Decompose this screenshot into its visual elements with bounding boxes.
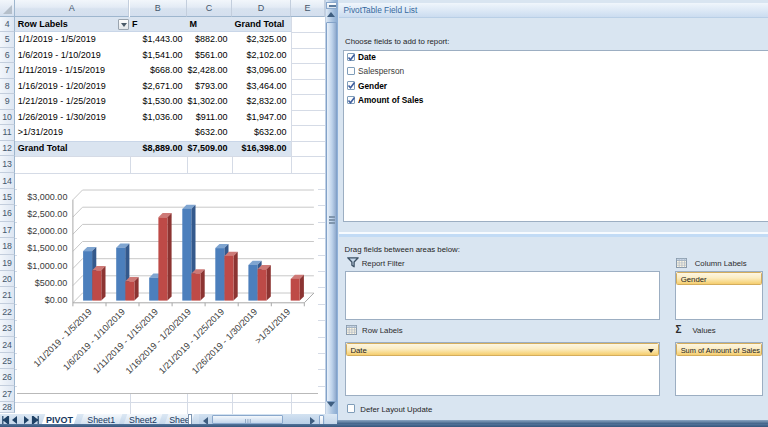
svg-text:1/16/2019 - 1/20/2019: 1/16/2019 - 1/20/2019 [123, 306, 192, 375]
svg-text:1/1/2019 - 1/5/2019: 1/1/2019 - 1/5/2019 [31, 306, 93, 368]
svg-text:1/6/2019 - 1/10/2019: 1/6/2019 - 1/10/2019 [61, 306, 127, 372]
svg-text:$500.00: $500.00 [34, 277, 67, 287]
svg-text:$2,500.00: $2,500.00 [27, 209, 67, 219]
svg-text:1/26/2019 - 1/30/2019: 1/26/2019 - 1/30/2019 [189, 306, 258, 375]
svg-text:$3,000.00: $3,000.00 [27, 191, 67, 201]
svg-text:$2,000.00: $2,000.00 [27, 226, 67, 236]
svg-text:1/21/2019 - 1/25/2019: 1/21/2019 - 1/25/2019 [156, 306, 225, 375]
svg-text:$1,500.00: $1,500.00 [27, 243, 67, 253]
svg-text:$1,000.00: $1,000.00 [27, 260, 67, 270]
svg-text:>1/31/2019: >1/31/2019 [253, 306, 292, 345]
svg-text:1/11/2019 - 1/15/2019: 1/11/2019 - 1/15/2019 [91, 306, 160, 375]
svg-text:$0.00: $0.00 [44, 294, 67, 304]
